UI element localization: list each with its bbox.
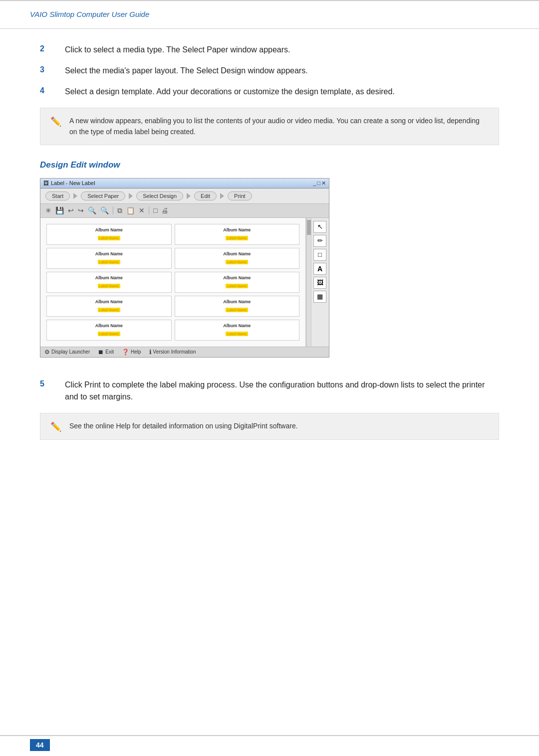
image-tool[interactable]: 🖼 <box>313 277 326 289</box>
bottom-border <box>0 735 539 736</box>
main-content: 2 Click to select a media type. The Sele… <box>0 44 539 440</box>
top-border <box>0 0 539 1</box>
vertical-scrollbar[interactable] <box>306 218 311 347</box>
nav-edit-button[interactable]: Edit <box>194 191 217 200</box>
list-item: Album Name Label Name <box>46 272 172 293</box>
app-icon: 🖼 <box>43 180 49 186</box>
section-title: Design Edit window <box>40 160 499 170</box>
status-display-launcher[interactable]: ⚙ Display Launcher <box>44 349 90 356</box>
close-icon[interactable]: ✕ <box>321 180 326 187</box>
note-box-2: ✏️ See the online Help for detailed info… <box>40 413 499 440</box>
list-item: Album Name Label Name <box>175 320 300 341</box>
status-exit[interactable]: ⏹ Exit <box>98 349 114 356</box>
note-icon-1: ✏️ <box>50 116 64 127</box>
list-item: Album Name Label Name <box>46 320 172 341</box>
exit-label: Exit <box>105 349 114 355</box>
undo-icon[interactable]: ↩ <box>67 206 75 215</box>
app-window: 🖼 Label - New Label _ □ ✕ Start Select P… <box>40 178 329 358</box>
app-body: Album Name Label Name Album Name Label N… <box>40 218 329 347</box>
list-item: Album Name Label Name <box>46 296 172 317</box>
status-help[interactable]: ❓ Help <box>122 349 141 356</box>
pencil-tool[interactable]: ✏ <box>313 235 326 247</box>
step-2-number: 2 <box>40 44 65 53</box>
help-label: Help <box>131 349 141 355</box>
label-grid: Album Name Label Name Album Name Label N… <box>44 222 301 343</box>
page-header: VAIO Slimtop Computer User Guide <box>0 5 539 29</box>
app-win-controls: _ □ ✕ <box>313 180 326 187</box>
paste-icon[interactable]: 📋 <box>125 206 136 215</box>
list-item: Album Name Label Name <box>175 224 300 245</box>
note-text-1: A new window appears, enabling you to li… <box>69 115 489 138</box>
toolbar-sep-1 <box>113 206 113 214</box>
minimize-icon[interactable]: _ <box>313 180 316 187</box>
status-version[interactable]: ℹ Version Information <box>149 349 196 356</box>
step-4: 4 Select a design template. Add your dec… <box>40 86 499 98</box>
rect-tool[interactable]: □ <box>313 249 326 261</box>
note-text-2: See the online Help for detailed informa… <box>69 420 298 431</box>
copy-icon[interactable]: ⧉ <box>116 206 123 215</box>
scrollbar-thumb[interactable] <box>307 220 311 235</box>
exit-icon: ⏹ <box>98 349 104 356</box>
step-2: 2 Click to select a media type. The Sele… <box>40 44 499 56</box>
step-3: 3 Select the media's paper layout. The S… <box>40 65 499 77</box>
app-statusbar: ⚙ Display Launcher ⏹ Exit ❓ Help ℹ Versi… <box>40 347 329 357</box>
zoom-out-icon[interactable]: 🔍 <box>99 206 110 215</box>
rect-icon[interactable]: □ <box>152 206 158 215</box>
app-nav-bar: Start Select Paper Select Design Edit Pr… <box>40 189 329 204</box>
nav-arrow-3 <box>187 193 191 199</box>
display-launcher-icon: ⚙ <box>44 349 50 356</box>
step-5-number: 5 <box>40 379 65 388</box>
nav-arrow-1 <box>73 193 77 199</box>
delete-icon[interactable]: ✕ <box>138 206 146 215</box>
list-item: Album Name Label Name <box>46 224 172 245</box>
help-icon: ❓ <box>122 349 129 356</box>
list-item: Album Name Label Name <box>46 248 172 269</box>
nav-print-button[interactable]: Print <box>228 191 252 200</box>
nav-arrow-4 <box>220 193 224 199</box>
step-2-text: Click to select a media type. The Select… <box>65 44 499 56</box>
nav-select-design-button[interactable]: Select Design <box>136 191 183 200</box>
app-main-wrapper: Album Name Label Name Album Name Label N… <box>40 218 311 347</box>
new-icon[interactable]: ✳ <box>44 206 52 215</box>
nav-start-button[interactable]: Start <box>45 191 70 200</box>
save-icon[interactable]: 💾 <box>54 206 65 215</box>
step-4-number: 4 <box>40 86 65 95</box>
app-main-canvas: Album Name Label Name Album Name Label N… <box>40 218 306 347</box>
nav-select-paper-button[interactable]: Select Paper <box>81 191 125 200</box>
app-title-text: Label - New Label <box>51 180 95 186</box>
restore-icon[interactable]: □ <box>317 180 320 187</box>
app-sidebar: ↖ ✏ □ A 🖼 ▦ <box>311 218 329 347</box>
page: VAIO Slimtop Computer User Guide 2 Click… <box>0 0 539 756</box>
list-item: Album Name Label Name <box>175 272 300 293</box>
version-icon: ℹ <box>149 349 152 356</box>
header-title: VAIO Slimtop Computer User Guide <box>30 10 149 18</box>
app-title: 🖼 Label - New Label <box>43 180 95 186</box>
step-4-text: Select a design template. Add your decor… <box>65 86 499 98</box>
version-label: Version Information <box>153 349 196 355</box>
step-3-number: 3 <box>40 65 65 74</box>
nav-arrow-2 <box>129 193 133 199</box>
app-toolbar: ✳ 💾 ↩ ↪ 🔍 🔍 ⧉ 📋 ✕ □ 🖨 <box>40 204 329 218</box>
step-5-text: Click Print to complete the label making… <box>65 379 499 403</box>
toolbar-sep-2 <box>149 206 149 214</box>
note-icon-2: ✏️ <box>50 421 64 432</box>
list-item: Album Name Label Name <box>175 296 300 317</box>
page-number: 44 <box>30 739 50 751</box>
redo-icon[interactable]: ↪ <box>77 206 85 215</box>
display-launcher-label: Display Launcher <box>51 349 90 355</box>
note-box-1: ✏️ A new window appears, enabling you to… <box>40 108 499 145</box>
print2-icon[interactable]: 🖨 <box>160 206 169 215</box>
step-3-text: Select the media's paper layout. The Sel… <box>65 65 499 77</box>
zoom-in-icon[interactable]: 🔍 <box>87 206 97 215</box>
step-5: 5 Click Print to complete the label maki… <box>40 379 499 403</box>
frame-tool[interactable]: ▦ <box>313 291 326 303</box>
list-item: Album Name Label Name <box>175 248 300 269</box>
select-tool[interactable]: ↖ <box>313 221 326 233</box>
text-tool[interactable]: A <box>313 263 326 275</box>
app-titlebar: 🖼 Label - New Label _ □ ✕ <box>40 179 329 189</box>
